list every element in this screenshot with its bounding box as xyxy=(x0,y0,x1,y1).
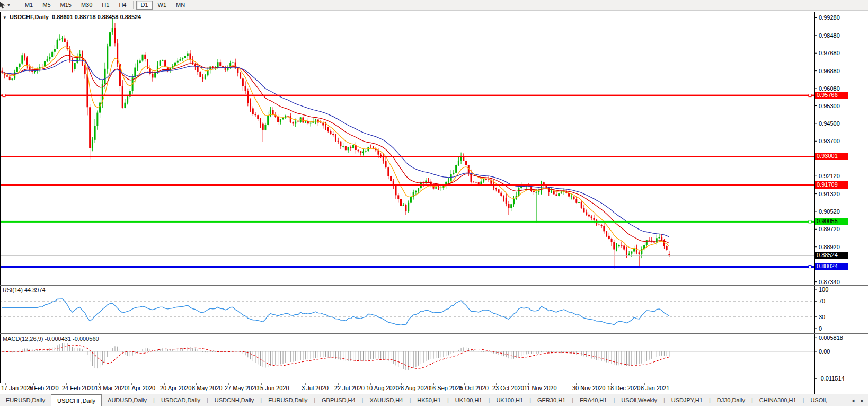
bottom-tabbar: EURUSD,DailyUSDCHF,DailyAUDUSD,Daily|USD… xyxy=(0,394,868,406)
bottom-tab-uk100-h1[interactable]: UK100,H1 xyxy=(490,394,529,406)
svg-text:0.98480: 0.98480 xyxy=(819,32,840,39)
line-handle[interactable] xyxy=(809,220,811,223)
tab-scroll-left-icon[interactable]: ◄ xyxy=(851,398,855,403)
chart-dropdown-icon[interactable]: ▼ xyxy=(3,15,7,20)
bottom-tab-uk100-h1[interactable]: UK100,H1 xyxy=(449,394,488,406)
svg-text:0.90520: 0.90520 xyxy=(819,208,840,215)
bottom-tabbar-tabs: EURUSD,DailyUSDCHF,DailyAUDUSD,Daily|USD… xyxy=(0,394,833,406)
svg-text:17 Jan 2020: 17 Jan 2020 xyxy=(1,385,33,391)
svg-text:0.99280: 0.99280 xyxy=(819,14,840,21)
line-handle[interactable] xyxy=(3,94,5,97)
line-handle[interactable] xyxy=(809,266,811,268)
bottom-tab-usdcnh-daily[interactable]: USDCNH,Daily xyxy=(209,394,260,406)
timeframe-button-m15[interactable]: M15 xyxy=(56,1,76,10)
chart-canvas[interactable]: 0.992800.984800.976800.968800.960800.953… xyxy=(0,0,868,394)
chart-ohlc-values: 0.88601 0.88718 0.88458 0.88524 xyxy=(52,14,141,20)
svg-text:0.005818: 0.005818 xyxy=(819,334,843,341)
bottom-tab-gbpusd-h4[interactable]: GBPUSD,H4 xyxy=(316,394,361,406)
bottom-tab-usdcad-daily[interactable]: USDCAD,Daily xyxy=(155,394,206,406)
svg-text:0.00: 0.00 xyxy=(819,348,830,355)
svg-text:0.95300: 0.95300 xyxy=(819,103,840,109)
bottom-tab-fra40-h1[interactable]: FRA40,H1 xyxy=(574,394,613,406)
bottom-tab-china300-h1[interactable]: CHINA300,H1 xyxy=(754,394,802,406)
svg-text:11 Nov 2020: 11 Nov 2020 xyxy=(524,385,557,391)
svg-text:8 Jan 2021: 8 Jan 2021 xyxy=(641,385,669,391)
bottom-tab-hk50-h1[interactable]: HK50,H1 xyxy=(411,394,447,406)
timeframe-button-h1[interactable]: H1 xyxy=(98,1,113,10)
timeframe-button-mn[interactable]: MN xyxy=(172,1,189,10)
svg-text:15 Jun 2020: 15 Jun 2020 xyxy=(257,385,289,391)
bottom-tab-ger30-h1[interactable]: GER30,H1 xyxy=(532,394,571,406)
timeframe-buttons: M1M5M15M30H1H4D1W1MN xyxy=(20,1,194,10)
timeframe-button-d1[interactable]: D1 xyxy=(136,1,152,10)
horizontal-line-0.95766[interactable] xyxy=(0,95,814,96)
svg-text:0.94500: 0.94500 xyxy=(819,120,840,127)
svg-text:0.88920: 0.88920 xyxy=(819,244,840,250)
svg-text:30 Nov 2020: 30 Nov 2020 xyxy=(572,385,605,391)
toolbar-grip-handle[interactable] xyxy=(14,2,17,8)
cursor-arrow-icon xyxy=(0,2,6,9)
svg-text:0.89720: 0.89720 xyxy=(819,226,840,232)
toolbar-separator xyxy=(192,1,192,9)
svg-text:13 Mar 2020: 13 Mar 2020 xyxy=(95,385,128,391)
price-badge-resistance-3: 0.91709 xyxy=(815,181,848,189)
svg-text:23 Oct 2020: 23 Oct 2020 xyxy=(492,385,524,391)
svg-text:28 Aug 2020: 28 Aug 2020 xyxy=(397,385,430,391)
svg-text:5 Oct 2020: 5 Oct 2020 xyxy=(460,385,489,391)
bottom-tab-eurusd-daily[interactable]: EURUSD,Daily xyxy=(0,394,51,406)
svg-text:0.87340: 0.87340 xyxy=(819,279,840,285)
svg-text:10 Aug 2020: 10 Aug 2020 xyxy=(366,385,399,391)
svg-text:16 Sep 2020: 16 Sep 2020 xyxy=(429,385,462,391)
timeframe-toolbar: ▼ M1M5M15M30H1H4D1W1MN xyxy=(0,0,868,11)
chart-symbol-label: USDCHF,Daily xyxy=(10,14,49,20)
svg-text:3 Jul 2020: 3 Jul 2020 xyxy=(302,385,329,391)
svg-text:0.91320: 0.91320 xyxy=(819,191,840,197)
svg-text:0.96080: 0.96080 xyxy=(819,85,840,92)
svg-text:18 Dec 2020: 18 Dec 2020 xyxy=(607,385,640,391)
svg-text:1 Apr 2020: 1 Apr 2020 xyxy=(127,385,155,391)
svg-text:0.96880: 0.96880 xyxy=(819,68,840,74)
bottom-tab-dj30-daily[interactable]: DJ30,Daily xyxy=(711,394,751,406)
svg-text:22 Jul 2020: 22 Jul 2020 xyxy=(334,385,365,391)
svg-text:30: 30 xyxy=(819,314,825,320)
line-handle[interactable] xyxy=(809,94,811,97)
svg-text:0: 0 xyxy=(819,325,822,332)
price-badge-resistance-1: 0.95766 xyxy=(815,92,848,99)
svg-text:5 Feb 2020: 5 Feb 2020 xyxy=(29,385,59,391)
tab-scroll-right-icon[interactable]: ► xyxy=(860,398,865,403)
timeframe-button-m30[interactable]: M30 xyxy=(77,1,96,10)
horizontal-line-0.90055[interactable] xyxy=(0,221,814,223)
horizontal-line-0.93001[interactable] xyxy=(0,156,814,157)
cursor-dropdown-icon[interactable]: ▼ xyxy=(7,3,11,7)
price-badge-current: 0.88524 xyxy=(815,252,848,259)
macd-indicator-label: MACD(12,26,9) -0.000431 -0.000560 xyxy=(3,336,99,342)
bottom-tab-audusd-daily[interactable]: AUDUSD,Daily xyxy=(102,394,153,406)
timeframe-button-m1[interactable]: M1 xyxy=(21,1,37,10)
bottom-tab-xauusd-h4[interactable]: XAUUSD,H4 xyxy=(364,394,409,406)
svg-text:70: 70 xyxy=(819,298,825,304)
bottom-tab-usdchf-daily[interactable]: USDCHF,Daily xyxy=(51,394,102,406)
bottom-tab-usoil-[interactable]: USOil, xyxy=(804,394,833,406)
svg-text:0.92120: 0.92120 xyxy=(819,173,840,179)
svg-text:24 Feb 2020: 24 Feb 2020 xyxy=(62,385,95,391)
svg-text:8 May 2020: 8 May 2020 xyxy=(192,385,222,391)
mt4-window: ▼ M1M5M15M30H1H4D1W1MN 0.992800.984800.9… xyxy=(0,0,868,406)
svg-text:20 Apr 2020: 20 Apr 2020 xyxy=(160,385,191,391)
bottom-tab-eurusd-daily[interactable]: EURUSD,Daily xyxy=(262,394,313,406)
rsi-indicator-label: RSI(14) 44.3974 xyxy=(3,287,46,293)
price-badge-support-green: 0.90055 xyxy=(815,218,848,225)
horizontal-line-0.88024[interactable] xyxy=(0,266,814,268)
svg-text:0.93700: 0.93700 xyxy=(819,138,840,144)
timeframe-button-m5[interactable]: M5 xyxy=(38,1,55,10)
timeframe-button-h4[interactable]: H4 xyxy=(114,1,130,10)
svg-text:27 May 2020: 27 May 2020 xyxy=(225,385,259,391)
horizontal-line-0.91709[interactable] xyxy=(0,184,814,186)
chart-title: ▼USDCHF,Daily 0.88601 0.88718 0.88458 0.… xyxy=(3,14,141,20)
cursor-tool-button[interactable]: ▼ xyxy=(0,1,12,10)
bottom-tab-usdjpy-h1[interactable]: USDJPY,H1 xyxy=(666,394,708,406)
svg-text:100: 100 xyxy=(819,286,828,293)
tab-scroll-buttons: ◄ ► xyxy=(846,395,868,406)
svg-text:0.97680: 0.97680 xyxy=(819,50,840,56)
bottom-tab-usoil-weekly[interactable]: USOil,Weekly xyxy=(615,394,663,406)
timeframe-button-w1[interactable]: W1 xyxy=(154,1,171,10)
